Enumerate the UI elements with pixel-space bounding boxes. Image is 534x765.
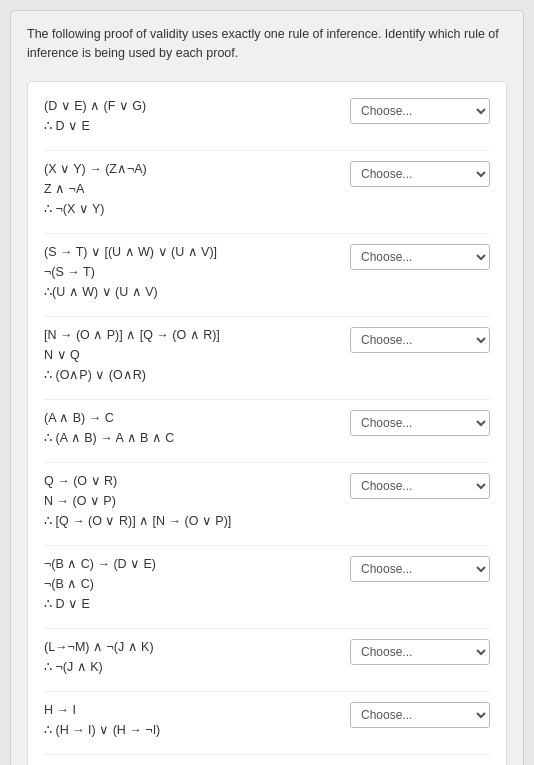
outer-container: The following proof of validity uses exa… (10, 10, 524, 765)
proof-right-8: Choose...Modus PonensModus TollensHypoth… (350, 637, 490, 665)
proof-divider (44, 233, 490, 234)
proof-divider (44, 462, 490, 463)
proof-divider (44, 399, 490, 400)
proof-divider (44, 316, 490, 317)
proof-left-6: Q → (O ∨ R)N → (O ∨ P)∴ [Q → (O ∨ R)] ∧ … (44, 471, 340, 531)
proof-left-1: (D ∨ E) ∧ (F ∨ G)∴ D ∨ E (44, 96, 340, 136)
proof-block: (A ∧ B) → C∴ (A ∧ B) → A ∧ B ∧ CChoose..… (44, 408, 490, 448)
conclusion-text: ∴ (O∧P) ∨ (O∧R) (44, 365, 340, 385)
premise-text: ¬(B ∧ C) (44, 574, 340, 594)
proof-block: H → I∴ (H → I) ∨ (H → ¬I)Choose...Modus … (44, 700, 490, 740)
proof-left-9: H → I∴ (H → I) ∨ (H → ¬I) (44, 700, 340, 740)
premise-text: N → (O ∨ P) (44, 491, 340, 511)
proof-block: (D ∨ E) ∧ (F ∨ G)∴ D ∨ EChoose...Modus P… (44, 96, 490, 136)
proof-divider (44, 691, 490, 692)
premise-text: ¬(S → T) (44, 262, 340, 282)
proof-block: Q → (O ∨ R)N → (O ∨ P)∴ [Q → (O ∨ R)] ∧ … (44, 471, 490, 531)
proof-left-5: (A ∧ B) → C∴ (A ∧ B) → A ∧ B ∧ C (44, 408, 340, 448)
proof-divider (44, 150, 490, 151)
inner-container: (D ∨ E) ∧ (F ∨ G)∴ D ∨ EChoose...Modus P… (27, 81, 507, 766)
premise-text: Q → (O ∨ R) (44, 471, 340, 491)
inference-rule-select-5[interactable]: Choose...Modus PonensModus TollensHypoth… (350, 410, 490, 436)
inference-rule-select-8[interactable]: Choose...Modus PonensModus TollensHypoth… (350, 639, 490, 665)
proof-divider (44, 545, 490, 546)
proof-right-6: Choose...Modus PonensModus TollensHypoth… (350, 471, 490, 499)
premise-text: (A ∧ B) → C (44, 408, 340, 428)
conclusion-text: ∴(U ∧ W) ∨ (U ∧ V) (44, 282, 340, 302)
conclusion-text: ∴ (H → I) ∨ (H → ¬I) (44, 720, 340, 740)
inference-rule-select-1[interactable]: Choose...Modus PonensModus TollensHypoth… (350, 98, 490, 124)
conclusion-text: ∴ [Q → (O ∨ R)] ∧ [N → (O ∨ P)] (44, 511, 340, 531)
proof-block: (L→¬M) ∧ ¬(J ∧ K)∴ ¬(J ∧ K)Choose...Modu… (44, 637, 490, 677)
premise-text: H → I (44, 700, 340, 720)
inference-rule-select-3[interactable]: Choose...Modus PonensModus TollensHypoth… (350, 244, 490, 270)
proof-divider (44, 628, 490, 629)
proof-right-1: Choose...Modus PonensModus TollensHypoth… (350, 96, 490, 124)
inference-rule-select-9[interactable]: Choose...Modus PonensModus TollensHypoth… (350, 702, 490, 728)
proof-left-2: (X ∨ Y) → (Z∧¬A)Z ∧ ¬A∴ ¬(X ∨ Y) (44, 159, 340, 219)
proof-right-5: Choose...Modus PonensModus TollensHypoth… (350, 408, 490, 436)
premise-text: ¬(B ∧ C) → (D ∨ E) (44, 554, 340, 574)
premise-text: (L→¬M) ∧ ¬(J ∧ K) (44, 637, 340, 657)
proof-left-8: (L→¬M) ∧ ¬(J ∧ K)∴ ¬(J ∧ K) (44, 637, 340, 677)
premise-text: (S → T) ∨ [(U ∧ W) ∨ (U ∧ V)] (44, 242, 340, 262)
proof-left-7: ¬(B ∧ C) → (D ∨ E)¬(B ∧ C)∴ D ∨ E (44, 554, 340, 614)
inference-rule-select-6[interactable]: Choose...Modus PonensModus TollensHypoth… (350, 473, 490, 499)
proof-right-7: Choose...Modus PonensModus TollensHypoth… (350, 554, 490, 582)
proof-block: (S → T) ∨ [(U ∧ W) ∨ (U ∧ V)]¬(S → T)∴(U… (44, 242, 490, 302)
instructions-text: The following proof of validity uses exa… (27, 25, 507, 63)
proof-left-4: [N → (O ∧ P)] ∧ [Q → (O ∧ R)]N ∨ Q∴ (O∧P… (44, 325, 340, 385)
proof-block: (X ∨ Y) → (Z∧¬A)Z ∧ ¬A∴ ¬(X ∨ Y)Choose..… (44, 159, 490, 219)
premise-text: Z ∧ ¬A (44, 179, 340, 199)
proof-left-3: (S → T) ∨ [(U ∧ W) ∨ (U ∧ V)]¬(S → T)∴(U… (44, 242, 340, 302)
conclusion-text: ∴ ¬(X ∨ Y) (44, 199, 340, 219)
premise-text: N ∨ Q (44, 345, 340, 365)
conclusion-text: ∴ (A ∧ B) → A ∧ B ∧ C (44, 428, 340, 448)
premise-text: [N → (O ∧ P)] ∧ [Q → (O ∧ R)] (44, 325, 340, 345)
conclusion-text: ∴ D ∨ E (44, 594, 340, 614)
premise-text: (D ∨ E) ∧ (F ∨ G) (44, 96, 340, 116)
inference-rule-select-7[interactable]: Choose...Modus PonensModus TollensHypoth… (350, 556, 490, 582)
proof-divider (44, 754, 490, 755)
proof-right-4: Choose...Modus PonensModus TollensHypoth… (350, 325, 490, 353)
conclusion-text: ∴ D ∨ E (44, 116, 340, 136)
inference-rule-select-4[interactable]: Choose...Modus PonensModus TollensHypoth… (350, 327, 490, 353)
proof-block: ¬(B ∧ C) → (D ∨ E)¬(B ∧ C)∴ D ∨ EChoose.… (44, 554, 490, 614)
premise-text: (X ∨ Y) → (Z∧¬A) (44, 159, 340, 179)
proof-block: [N → (O ∧ P)] ∧ [Q → (O ∧ R)]N ∨ Q∴ (O∧P… (44, 325, 490, 385)
proof-right-3: Choose...Modus PonensModus TollensHypoth… (350, 242, 490, 270)
proof-right-2: Choose...Modus PonensModus TollensHypoth… (350, 159, 490, 187)
inference-rule-select-2[interactable]: Choose...Modus PonensModus TollensHypoth… (350, 161, 490, 187)
proof-right-9: Choose...Modus PonensModus TollensHypoth… (350, 700, 490, 728)
conclusion-text: ∴ ¬(J ∧ K) (44, 657, 340, 677)
